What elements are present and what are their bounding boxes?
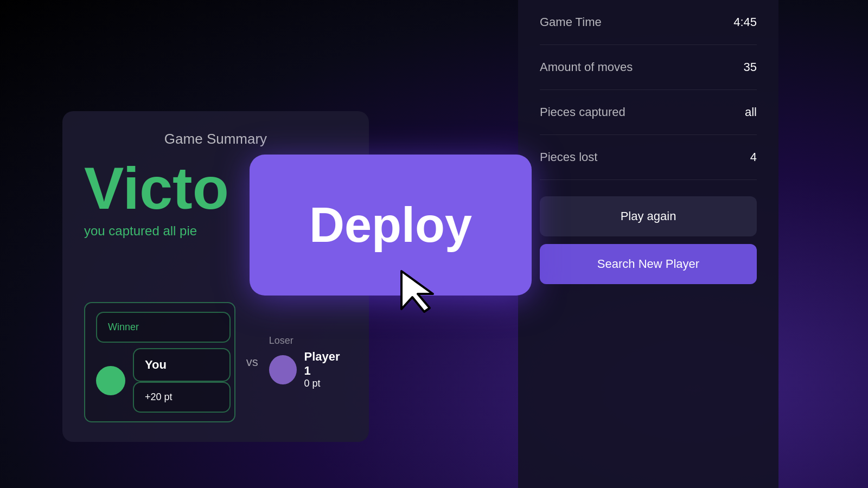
stat-row-lost: Pieces lost 4 <box>540 135 757 180</box>
stat-value-captured: all <box>745 105 757 119</box>
stat-label-moves: Amount of moves <box>540 60 633 74</box>
deploy-label: Deploy <box>309 197 472 253</box>
loser-label: Loser <box>269 335 347 346</box>
deploy-button[interactable]: Deploy <box>250 155 532 296</box>
winner-card: Winner You +20 pt <box>84 302 235 422</box>
loser-name: Player 1 <box>304 350 347 378</box>
loser-card: Loser Player 1 0 pt <box>269 335 347 389</box>
stats-panel: Game Time 4:45 Amount of moves 35 Pieces… <box>518 0 778 488</box>
players-row: Winner You +20 pt vs Loser Player 1 0 pt <box>84 302 347 422</box>
stat-label-game-time: Game Time <box>540 15 602 29</box>
stat-row-moves: Amount of moves 35 <box>540 45 757 90</box>
stat-label-captured: Pieces captured <box>540 105 626 119</box>
winner-avatar <box>96 366 125 395</box>
loser-points: 0 pt <box>304 378 347 389</box>
loser-avatar <box>269 355 297 384</box>
stat-label-lost: Pieces lost <box>540 150 597 164</box>
stat-value-lost: 4 <box>750 150 757 164</box>
stat-value-game-time: 4:45 <box>733 15 757 29</box>
search-new-player-button[interactable]: Search New Player <box>540 244 757 284</box>
stat-row-game-time: Game Time 4:45 <box>540 0 757 45</box>
stat-value-moves: 35 <box>744 60 757 74</box>
game-summary-title: Game Summary <box>84 131 347 147</box>
winner-name: You <box>133 348 231 382</box>
winner-points: +20 pt <box>133 382 231 413</box>
stat-row-captured: Pieces captured all <box>540 90 757 135</box>
vs-text: vs <box>246 355 258 369</box>
winner-label: Winner <box>96 312 231 343</box>
play-again-button[interactable]: Play again <box>540 196 757 236</box>
